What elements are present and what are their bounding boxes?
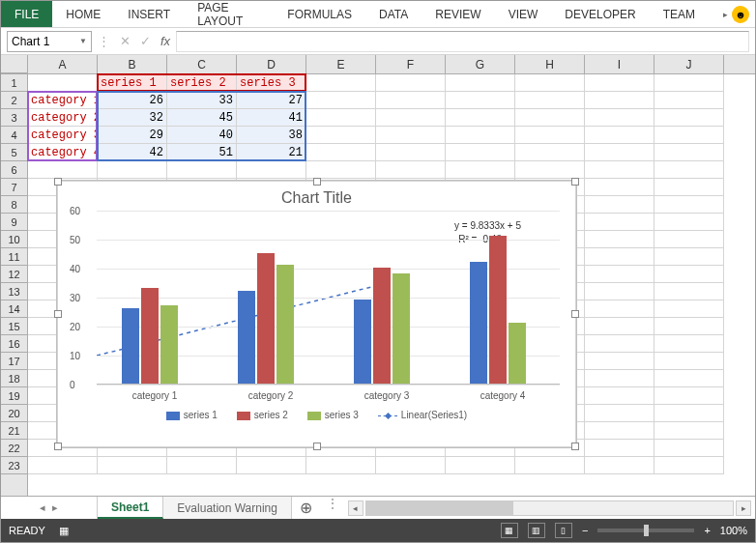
- row-header[interactable]: 19: [1, 387, 27, 405]
- cell[interactable]: [585, 387, 654, 405]
- row-header[interactable]: 17: [1, 353, 27, 370]
- col-header[interactable]: J: [654, 55, 724, 73]
- col-header[interactable]: C: [167, 55, 237, 73]
- cell[interactable]: [654, 440, 724, 457]
- cell[interactable]: 32: [98, 109, 167, 127]
- row-header[interactable]: 16: [1, 335, 27, 353]
- chart-bar[interactable]: [373, 268, 391, 384]
- cell[interactable]: [585, 179, 654, 196]
- col-header[interactable]: E: [306, 55, 376, 73]
- cell[interactable]: [654, 335, 724, 353]
- cell[interactable]: [28, 161, 98, 179]
- cell[interactable]: 38: [237, 127, 306, 144]
- row-header[interactable]: 1: [1, 74, 27, 92]
- cell[interactable]: [654, 353, 724, 370]
- cell[interactable]: 21: [237, 144, 306, 161]
- tab-view[interactable]: VIEW: [495, 1, 552, 27]
- col-header[interactable]: A: [28, 55, 98, 73]
- cell[interactable]: [167, 457, 237, 474]
- tab-nav[interactable]: ◂ ▸: [1, 497, 98, 519]
- col-header[interactable]: D: [237, 55, 306, 73]
- dropdown-icon[interactable]: ▼: [79, 37, 87, 45]
- cell[interactable]: [167, 161, 237, 179]
- cell[interactable]: [654, 318, 724, 335]
- row-header[interactable]: 5: [1, 144, 27, 161]
- row-header[interactable]: 8: [1, 196, 27, 214]
- view-page-icon[interactable]: ▥: [528, 523, 545, 538]
- row-header[interactable]: 12: [1, 266, 27, 283]
- zoom-out-button[interactable]: −: [582, 525, 588, 536]
- chart-bar[interactable]: [393, 273, 410, 384]
- row-header[interactable]: 21: [1, 422, 27, 440]
- chart-object[interactable]: Chart Title y = 9.8333x + 5 R² = -0.48 0…: [57, 181, 576, 447]
- chart-title[interactable]: Chart Title: [58, 182, 575, 211]
- tab-home[interactable]: HOME: [52, 1, 114, 27]
- chart-bar[interactable]: [122, 308, 139, 384]
- cell[interactable]: [585, 214, 654, 231]
- cell[interactable]: [237, 161, 306, 179]
- zoom-in-button[interactable]: +: [704, 525, 710, 536]
- cell[interactable]: 33: [167, 92, 237, 109]
- cell[interactable]: 45: [167, 109, 237, 127]
- cell[interactable]: [585, 440, 654, 457]
- enter-icon[interactable]: ✓: [140, 34, 151, 48]
- cell[interactable]: series 1: [98, 74, 167, 92]
- row-header[interactable]: 6: [1, 161, 27, 179]
- cell[interactable]: [28, 457, 98, 474]
- cell[interactable]: 26: [98, 92, 167, 109]
- fx-icon[interactable]: fx: [160, 34, 170, 48]
- row-header[interactable]: 7: [1, 179, 27, 196]
- row-header[interactable]: 2: [1, 92, 27, 109]
- cell[interactable]: 41: [237, 109, 306, 127]
- cell[interactable]: [585, 422, 654, 440]
- sheet-tab-warning[interactable]: Evaluation Warning: [163, 497, 292, 519]
- zoom-slider[interactable]: [597, 529, 694, 532]
- tab-formulas[interactable]: FORMULAS: [274, 1, 365, 27]
- macro-icon[interactable]: ▦: [59, 525, 69, 537]
- row-header[interactable]: 18: [1, 370, 27, 387]
- tab-file[interactable]: FILE: [1, 1, 52, 27]
- cell[interactable]: [585, 353, 654, 370]
- cell[interactable]: [654, 161, 724, 179]
- cell[interactable]: [585, 266, 654, 283]
- cell[interactable]: 29: [98, 127, 167, 144]
- cell[interactable]: 40: [167, 127, 237, 144]
- cell[interactable]: [585, 370, 654, 387]
- cell[interactable]: [585, 283, 654, 300]
- cell[interactable]: [585, 248, 654, 266]
- cell[interactable]: [654, 248, 724, 266]
- cell[interactable]: [376, 457, 446, 474]
- cell[interactable]: category 4: [28, 144, 98, 161]
- cell[interactable]: 27: [237, 92, 306, 109]
- row-header[interactable]: 9: [1, 214, 27, 231]
- view-break-icon[interactable]: ▯: [555, 523, 572, 538]
- cell[interactable]: [585, 161, 654, 179]
- tab-developer[interactable]: DEVELOPER: [551, 1, 649, 27]
- col-header[interactable]: F: [376, 55, 446, 73]
- cell[interactable]: [654, 300, 724, 318]
- cell[interactable]: [585, 335, 654, 353]
- chart-bar[interactable]: [470, 262, 487, 384]
- chart-bar[interactable]: [141, 288, 159, 384]
- cell[interactable]: [446, 457, 515, 474]
- cell[interactable]: [515, 161, 585, 179]
- cell[interactable]: [515, 457, 585, 474]
- cell[interactable]: [654, 283, 724, 300]
- cell[interactable]: [654, 196, 724, 214]
- cell[interactable]: [654, 266, 724, 283]
- cell[interactable]: [306, 457, 376, 474]
- formula-input[interactable]: [176, 31, 749, 52]
- cell[interactable]: [306, 161, 376, 179]
- tab-page-layout[interactable]: PAGE LAYOUT: [184, 1, 274, 27]
- row-header[interactable]: 15: [1, 318, 27, 335]
- cell[interactable]: [98, 161, 167, 179]
- row-header[interactable]: 20: [1, 405, 27, 422]
- col-header[interactable]: H: [515, 55, 585, 73]
- cell[interactable]: category 1: [28, 92, 98, 109]
- view-normal-icon[interactable]: ▦: [501, 523, 518, 538]
- tab-data[interactable]: DATA: [365, 1, 422, 27]
- row-header[interactable]: 14: [1, 300, 27, 318]
- tab-review[interactable]: REVIEW: [422, 1, 494, 27]
- chart-bar[interactable]: [276, 265, 294, 384]
- chart-plot-area[interactable]: y = 9.8333x + 5 R² = -0.48 0102030405060…: [97, 211, 560, 385]
